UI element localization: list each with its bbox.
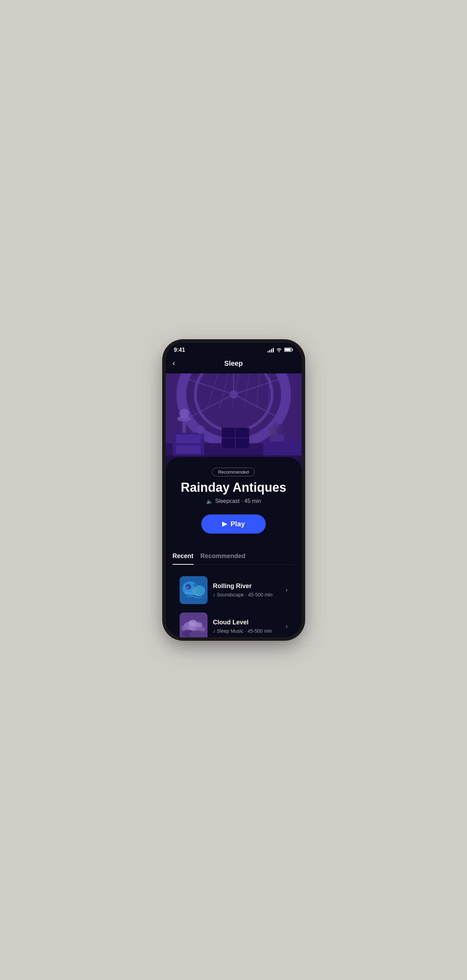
hero-title: Rainday Antiques — [173, 480, 295, 495]
tab-recommended[interactable]: Recommended — [200, 552, 246, 565]
list-item[interactable]: Rolling River ♪ Soundscape · 45-500 min … — [173, 572, 295, 608]
svg-point-50 — [195, 622, 202, 627]
rolling-river-thumbnail — [179, 576, 208, 604]
content-section: Recommended Rainday Antiques 🔈 Sleepcast… — [166, 457, 302, 544]
rolling-river-subtitle: ♪ Soundscape · 45-500 min — [213, 592, 280, 598]
svg-point-31 — [272, 423, 280, 430]
svg-point-42 — [187, 587, 188, 589]
hero-subtitle: 🔈 Sleepcast · 45 min — [173, 498, 295, 505]
page-title: Sleep — [224, 360, 243, 368]
phone-frame: 9:41 — [166, 343, 302, 637]
tab-recent[interactable]: Recent — [173, 552, 194, 565]
battery-icon — [284, 347, 293, 353]
cloud-level-info: Cloud Level ♪ Sleep Music · 45-500 min — [213, 619, 280, 634]
hero-content: Recommended Rainday Antiques 🔈 Sleepcast… — [173, 468, 295, 537]
signal-icon — [267, 348, 274, 353]
tabs-section: Recent Recommended — [166, 544, 302, 637]
list-item[interactable]: Cloud Level ♪ Sleep Music · 45-500 min › — [173, 608, 295, 637]
rolling-river-type: Soundscape — [217, 592, 244, 598]
svg-point-40 — [186, 584, 191, 589]
status-bar: 9:41 — [166, 343, 302, 356]
sound-icon: 🔈 — [206, 498, 213, 505]
svg-point-24 — [179, 409, 189, 418]
cloud-level-type: Sleep Music — [217, 628, 243, 634]
rolling-river-duration: 45-500 min — [248, 592, 272, 598]
cloud-level-subtitle: ♪ Sleep Music · 45-500 min — [213, 628, 280, 634]
cloud-level-chevron: › — [286, 623, 288, 630]
music-note-icon2: ♪ — [213, 628, 216, 634]
recommended-badge-container: Recommended — [173, 468, 295, 480]
phone-inner: 9:41 — [166, 343, 302, 637]
svg-rect-21 — [176, 445, 200, 454]
hero-subtitle-text: Sleepcast · 45 min — [215, 498, 261, 504]
header: ‹ Sleep — [166, 356, 302, 374]
tabs-container: Recent Recommended — [173, 552, 295, 565]
svg-rect-26 — [199, 432, 203, 434]
music-note-icon: ♪ — [213, 592, 216, 598]
svg-point-43 — [192, 589, 194, 591]
cloud-level-title: Cloud Level — [213, 619, 280, 626]
back-button[interactable]: ‹ — [173, 359, 175, 368]
svg-point-41 — [193, 583, 197, 587]
play-icon: ▶ — [222, 520, 227, 528]
play-label: Play — [230, 520, 245, 528]
svg-rect-1 — [284, 348, 291, 351]
recommended-badge: Recommended — [212, 468, 254, 476]
svg-rect-20 — [176, 434, 200, 443]
svg-rect-2 — [292, 349, 293, 350]
svg-rect-27 — [263, 440, 302, 457]
rolling-river-info: Rolling River ♪ Soundscape · 45-500 min — [213, 582, 280, 598]
rolling-river-chevron: › — [286, 586, 288, 593]
status-time: 9:41 — [174, 347, 185, 353]
cloud-level-duration: 45-500 min — [248, 628, 272, 634]
cloud-level-thumbnail — [179, 612, 208, 637]
wifi-icon — [276, 347, 282, 353]
hero-image — [166, 374, 302, 471]
status-icons — [267, 347, 293, 353]
rolling-river-title: Rolling River — [213, 582, 280, 590]
play-button[interactable]: ▶ Play — [201, 514, 266, 534]
